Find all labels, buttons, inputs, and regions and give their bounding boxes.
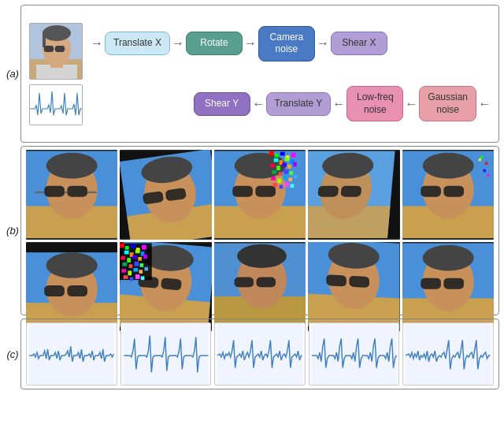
svg-rect-102 xyxy=(124,250,129,254)
face-cell-b3 xyxy=(214,150,306,240)
face-b3-svg xyxy=(214,150,306,240)
svg-rect-75 xyxy=(421,186,441,197)
svg-rect-55 xyxy=(271,177,276,181)
shear-y-box: Shear Y xyxy=(194,92,250,116)
face-cell-b4 xyxy=(308,150,399,240)
svg-rect-88 xyxy=(67,285,87,296)
main-container: (a) xyxy=(0,0,504,421)
ecg-thumb-svg xyxy=(30,85,83,125)
gaussian-noise-box: Gaussiannoise xyxy=(419,86,476,121)
section-a-images xyxy=(28,10,84,137)
svg-rect-122 xyxy=(135,274,140,279)
svg-rect-57 xyxy=(283,176,287,180)
svg-rect-128 xyxy=(234,277,253,287)
svg-rect-110 xyxy=(144,254,148,259)
svg-rect-109 xyxy=(139,257,143,261)
svg-rect-136 xyxy=(350,275,370,287)
svg-rect-50 xyxy=(293,162,297,166)
svg-rect-98 xyxy=(125,246,129,250)
svg-rect-7 xyxy=(43,32,46,47)
svg-rect-13 xyxy=(30,85,83,125)
svg-point-6 xyxy=(43,25,71,41)
svg-rect-114 xyxy=(140,263,144,267)
label-b: (b) xyxy=(5,146,20,315)
svg-rect-19 xyxy=(67,186,87,197)
svg-rect-47 xyxy=(276,166,280,170)
svg-rect-106 xyxy=(121,255,126,259)
svg-rect-119 xyxy=(145,266,149,270)
camera-noise-box: Cameranoise xyxy=(258,26,315,61)
svg-rect-76 xyxy=(443,186,464,197)
ecg-svg-2 xyxy=(121,323,211,385)
svg-rect-141 xyxy=(421,278,441,289)
svg-rect-101 xyxy=(142,244,146,249)
svg-point-74 xyxy=(422,153,473,179)
svg-rect-117 xyxy=(134,268,139,272)
svg-rect-60 xyxy=(272,183,277,187)
face-cell-b5 xyxy=(402,150,494,240)
svg-rect-78 xyxy=(484,162,487,164)
rotate-box: Rotate xyxy=(186,32,243,55)
svg-rect-20 xyxy=(65,192,67,193)
arrow-icon: → xyxy=(476,98,492,110)
svg-rect-108 xyxy=(133,255,138,259)
ecg-cell-2 xyxy=(120,322,212,386)
svg-rect-52 xyxy=(278,172,282,176)
ecg-cell-4 xyxy=(309,322,400,386)
svg-rect-37 xyxy=(269,151,274,155)
ecg-cell-5 xyxy=(402,322,494,386)
svg-rect-104 xyxy=(135,249,140,253)
svg-rect-61 xyxy=(279,185,283,189)
svg-rect-123 xyxy=(141,276,145,280)
svg-rect-95 xyxy=(161,278,183,290)
arrow-icon: → xyxy=(89,37,105,50)
face-svg xyxy=(30,24,83,80)
svg-rect-44 xyxy=(284,158,289,162)
ecg-thumbnail xyxy=(29,84,83,125)
section-b xyxy=(20,146,499,315)
face-grid-top xyxy=(26,150,494,240)
svg-rect-135 xyxy=(327,274,347,286)
lowfreq-noise-box: Low-freqnoise xyxy=(346,86,403,121)
svg-rect-22 xyxy=(87,192,97,193)
svg-rect-38 xyxy=(275,154,279,158)
svg-rect-42 xyxy=(273,158,278,162)
translate-y-box: Translate Y xyxy=(266,92,332,116)
svg-rect-18 xyxy=(44,186,65,197)
svg-rect-112 xyxy=(129,264,133,268)
svg-point-17 xyxy=(46,153,98,179)
label-c: (c) xyxy=(5,319,20,389)
svg-rect-113 xyxy=(135,261,139,266)
ecg-svg-1 xyxy=(27,323,117,385)
face-cell-b1 xyxy=(26,150,117,240)
svg-rect-115 xyxy=(122,269,127,273)
svg-rect-56 xyxy=(277,178,281,183)
arrow-icon: → xyxy=(331,98,346,110)
ecg-svg-3 xyxy=(215,323,305,385)
svg-rect-35 xyxy=(255,186,276,197)
svg-point-127 xyxy=(237,244,287,267)
svg-rect-111 xyxy=(123,263,128,266)
svg-rect-107 xyxy=(128,258,132,263)
svg-rect-59 xyxy=(294,175,298,179)
svg-rect-48 xyxy=(282,163,287,167)
arrow-icon: → xyxy=(315,37,331,50)
svg-rect-69 xyxy=(318,186,339,197)
arrow-icon: → xyxy=(403,98,419,110)
svg-rect-70 xyxy=(341,186,362,197)
svg-rect-118 xyxy=(139,270,143,274)
svg-rect-121 xyxy=(130,277,134,281)
arrow-icon: → xyxy=(250,98,266,110)
pipeline-top-row: → Translate X → Rotate → Cameranoise → S… xyxy=(89,26,492,61)
face-input-image xyxy=(29,23,83,80)
face-b2-svg xyxy=(120,150,211,240)
svg-rect-8 xyxy=(44,46,54,52)
section-c-wrapper: (c) xyxy=(5,319,499,389)
face-b1-svg xyxy=(26,150,117,240)
svg-point-86 xyxy=(46,252,98,278)
ecg-svg-4 xyxy=(309,323,399,385)
pipeline-area: → Translate X → Rotate → Cameranoise → S… xyxy=(89,10,492,137)
svg-rect-21 xyxy=(35,192,45,193)
arrow-icon: → xyxy=(243,37,258,50)
svg-rect-129 xyxy=(256,277,275,287)
